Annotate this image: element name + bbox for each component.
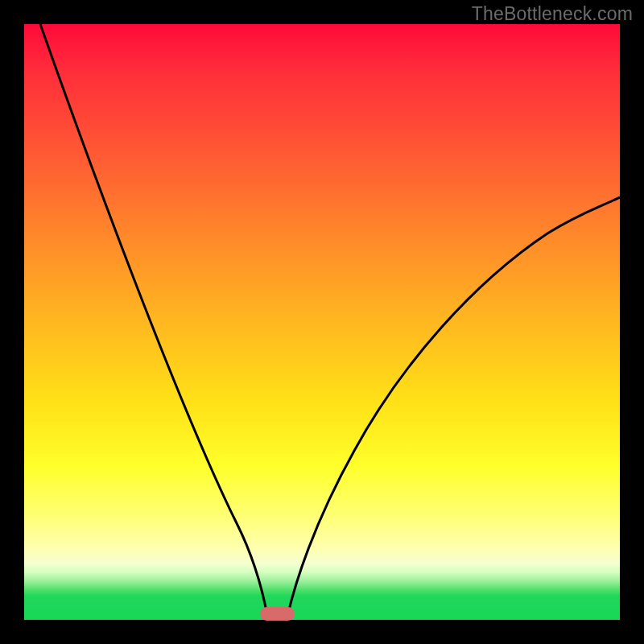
curve-right-branch bbox=[287, 197, 620, 620]
plot-area bbox=[24, 24, 620, 620]
curve-left-branch bbox=[40, 24, 268, 620]
watermark-text: TheBottleneck.com bbox=[472, 3, 633, 25]
chart-frame: TheBottleneck.com bbox=[0, 0, 644, 644]
optimal-marker bbox=[260, 607, 295, 621]
bottleneck-curve bbox=[24, 24, 620, 620]
